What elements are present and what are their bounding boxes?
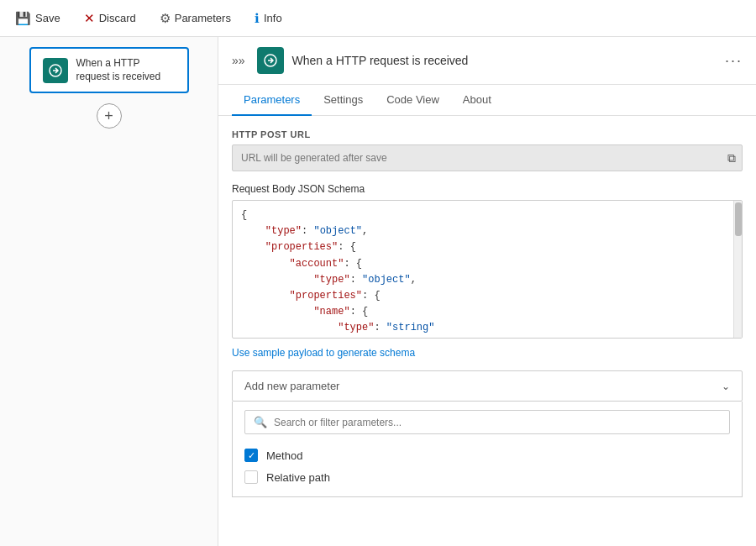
param-option-relative-path[interactable]: Relative path: [244, 466, 730, 488]
tab-settings[interactable]: Settings: [312, 85, 375, 116]
code-line: "properties": {: [241, 239, 733, 255]
code-line: "account": {: [241, 256, 733, 272]
info-icon: ℹ: [255, 11, 260, 26]
method-label: Method: [266, 449, 302, 462]
parameters-button[interactable]: ⚙ Parameters: [155, 8, 236, 29]
code-line: {: [241, 207, 733, 223]
tab-about[interactable]: About: [451, 85, 503, 116]
tabs: Parameters Settings Code View About: [218, 85, 756, 116]
main-layout: When a HTTP request is received + »» Whe…: [0, 37, 756, 546]
code-line: },: [241, 337, 733, 339]
chevron-down-icon: ⌄: [722, 381, 730, 392]
right-panel: »» When a HTTP request is received ··· P…: [218, 37, 756, 546]
tab-parameters[interactable]: Parameters: [232, 85, 312, 116]
tab-code-view[interactable]: Code View: [375, 85, 451, 116]
search-input[interactable]: [274, 417, 721, 428]
param-dropdown-panel: 🔍 Method Relative path: [232, 402, 743, 497]
left-panel: When a HTTP request is received +: [0, 37, 218, 546]
parameters-icon: ⚙: [160, 11, 171, 26]
more-button[interactable]: ···: [725, 53, 743, 68]
rp-action-icon: [257, 47, 284, 74]
discard-button[interactable]: ✕ Discard: [79, 8, 141, 29]
tab-content-parameters: HTTP POST URL ⧉ Request Body JSON Schema…: [218, 116, 756, 511]
save-icon: 💾: [15, 11, 31, 26]
code-line: "type": "string": [241, 320, 733, 336]
url-input-wrapper: ⧉: [232, 144, 743, 171]
rp-title: When a HTTP request is received: [292, 54, 717, 67]
param-option-method[interactable]: Method: [244, 444, 730, 466]
scrollbar-thumb: [735, 202, 742, 236]
sample-payload-link[interactable]: Use sample payload to generate schema: [232, 347, 743, 359]
save-button[interactable]: 💾 Save: [10, 8, 66, 29]
discard-icon: ✕: [84, 11, 95, 26]
rp-header: »» When a HTTP request is received ···: [218, 37, 756, 85]
relative-path-label: Relative path: [266, 471, 330, 484]
method-checkbox[interactable]: [244, 449, 258, 462]
request-body-label: Request Body JSON Schema: [232, 183, 743, 195]
code-line: "name": {: [241, 304, 733, 320]
action-card-icon: [43, 58, 68, 83]
http-post-url-label: HTTP POST URL: [232, 129, 743, 139]
expand-icon[interactable]: »»: [232, 54, 245, 67]
add-new-param-dropdown[interactable]: Add new parameter ⌄: [232, 370, 743, 402]
info-button[interactable]: ℹ Info: [249, 8, 287, 29]
url-input[interactable]: [232, 144, 743, 171]
code-line: "type": "object",: [241, 223, 733, 239]
action-card-label: When a HTTP request is received: [76, 57, 176, 83]
code-scroll[interactable]: { "type": "object", "properties": { "acc…: [233, 201, 742, 338]
add-step-button[interactable]: +: [97, 103, 122, 129]
code-editor: { "type": "object", "properties": { "acc…: [232, 200, 743, 339]
copy-icon[interactable]: ⧉: [727, 151, 736, 165]
code-line: "type": "object",: [241, 272, 733, 288]
search-box: 🔍: [244, 410, 730, 434]
relative-path-checkbox[interactable]: [244, 470, 258, 484]
action-card[interactable]: When a HTTP request is received: [29, 47, 189, 93]
search-icon: 🔍: [254, 416, 267, 428]
code-line: "properties": {: [241, 288, 733, 304]
toolbar: 💾 Save ✕ Discard ⚙ Parameters ℹ Info: [0, 0, 756, 37]
code-scrollbar[interactable]: [733, 201, 742, 338]
